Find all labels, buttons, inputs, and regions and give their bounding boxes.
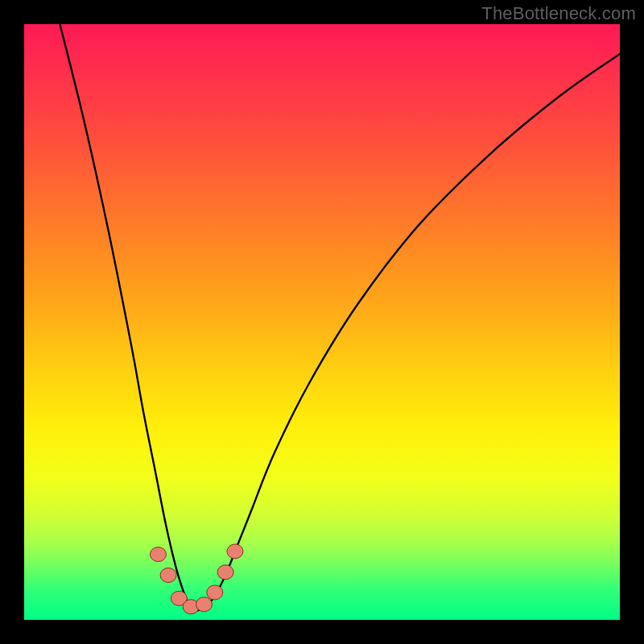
highlight-markers <box>151 544 243 614</box>
marker-point <box>151 547 167 562</box>
chart-stage: TheBottleneck.com <box>0 0 644 644</box>
plot-area <box>24 24 620 620</box>
marker-point <box>160 568 176 583</box>
bottleneck-curve <box>60 24 620 611</box>
marker-point <box>217 565 233 580</box>
curve-layer <box>24 24 620 620</box>
watermark-text: TheBottleneck.com <box>481 3 636 24</box>
marker-point <box>207 585 223 600</box>
marker-point <box>196 597 212 612</box>
marker-point <box>227 544 243 559</box>
